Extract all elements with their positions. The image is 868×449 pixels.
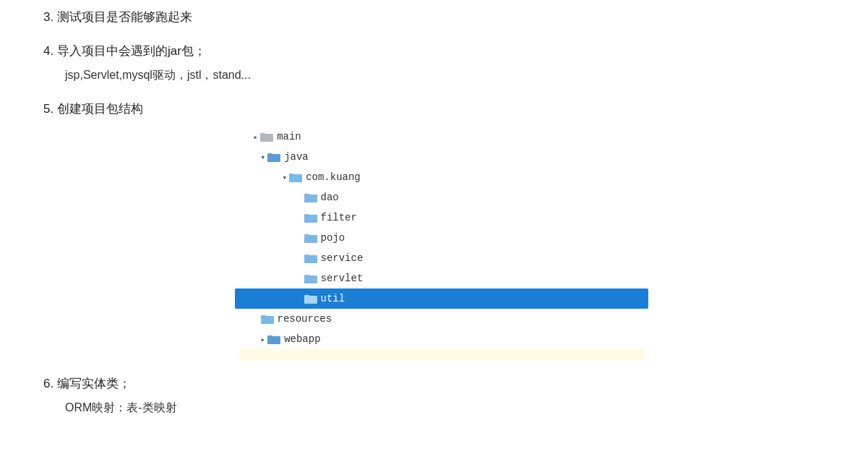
tree-label-com-kuang: com.kuang <box>306 171 361 183</box>
page-container: 3. 测试项目是否能够跑起来 4. 导入项目中会遇到的jar包； jsp,Ser… <box>0 0 868 446</box>
tree-node-util[interactable]: util <box>235 288 648 309</box>
tree-node-resources[interactable]: resources <box>239 309 644 329</box>
arrow-webapp: ▸ <box>261 335 266 344</box>
tree-highlighted-bar <box>239 349 644 361</box>
svg-rect-11 <box>304 234 309 236</box>
section-6-number: 6. <box>43 377 53 390</box>
folder-icon-util <box>304 294 317 304</box>
section-3-number: 3. <box>43 10 53 24</box>
folder-icon-webapp <box>267 334 280 344</box>
file-tree: ▸ main ▾ <box>239 127 644 361</box>
tree-node-webapp[interactable]: ▸ webapp <box>239 329 644 349</box>
svg-rect-15 <box>304 275 309 277</box>
section-4-text: 导入项目中会遇到的jar包； <box>57 44 206 58</box>
file-tree-container: ▸ main ▾ <box>43 127 839 361</box>
section-5-number: 5. <box>43 102 53 116</box>
section-6-title: 6. 编写实体类； <box>43 374 839 395</box>
tree-node-dao[interactable]: dao <box>239 187 644 208</box>
section-3-title: 3. 测试项目是否能够跑起来 <box>43 7 839 28</box>
svg-rect-19 <box>261 315 266 317</box>
arrow-java: ▾ <box>261 153 266 162</box>
section-5: 5. 创建项目包结构 ▸ main <box>43 99 839 362</box>
tree-node-pojo[interactable]: pojo <box>239 228 644 248</box>
folder-icon-service <box>304 253 317 263</box>
tree-node-main[interactable]: ▸ main <box>239 127 644 147</box>
folder-icon-resources <box>261 314 274 324</box>
svg-rect-9 <box>304 214 309 216</box>
folder-icon-java <box>267 152 280 162</box>
tree-node-servlet[interactable]: servlet <box>239 268 644 288</box>
folder-icon-servlet <box>304 273 317 283</box>
tree-label-java: java <box>284 151 309 163</box>
arrow-com-kuang: ▾ <box>283 173 288 182</box>
tree-label-servlet: servlet <box>321 273 364 284</box>
folder-icon-main <box>260 132 273 142</box>
tree-label-dao: dao <box>321 192 339 203</box>
svg-rect-17 <box>304 295 309 297</box>
folder-icon-dao <box>304 192 317 202</box>
svg-rect-13 <box>304 255 309 257</box>
section-5-title: 5. 创建项目包结构 <box>43 99 839 120</box>
svg-rect-7 <box>304 194 309 196</box>
section-4-sub: jsp,Servlet,mysql驱动，jstl，stand... <box>65 65 839 86</box>
svg-rect-21 <box>267 335 272 338</box>
tree-node-service[interactable]: service <box>239 248 644 268</box>
folder-icon-filter <box>304 213 317 223</box>
tree-label-filter: filter <box>321 212 357 223</box>
section-4-number: 4. <box>43 44 53 58</box>
tree-label-main: main <box>277 131 301 142</box>
folder-icon-com-kuang <box>289 172 302 182</box>
section-4: 4. 导入项目中会遇到的jar包； jsp,Servlet,mysql驱动，js… <box>43 41 839 86</box>
tree-label-pojo: pojo <box>321 232 345 244</box>
folder-icon-pojo <box>304 233 317 243</box>
section-6-sub: ORM映射：表-类映射 <box>65 398 839 419</box>
tree-label-resources: resources <box>278 313 332 325</box>
tree-label-service: service <box>321 252 364 264</box>
section-3: 3. 测试项目是否能够跑起来 <box>43 7 839 28</box>
svg-rect-1 <box>260 133 265 135</box>
section-6-text: 编写实体类； <box>57 377 131 390</box>
section-6: 6. 编写实体类； ORM映射：表-类映射 <box>43 374 839 419</box>
tree-node-filter[interactable]: filter <box>239 208 644 228</box>
tree-node-com-kuang[interactable]: ▾ com.kuang <box>239 167 644 187</box>
svg-rect-3 <box>267 153 272 155</box>
section-3-text: 测试项目是否能够跑起来 <box>57 10 192 24</box>
tree-label-webapp: webapp <box>284 333 320 345</box>
svg-rect-5 <box>289 174 294 176</box>
section-4-title: 4. 导入项目中会遇到的jar包； <box>43 41 839 62</box>
section-5-text: 创建项目包结构 <box>57 102 143 116</box>
tree-node-java[interactable]: ▾ java <box>239 147 644 167</box>
arrow-main: ▸ <box>254 132 259 142</box>
tree-label-util: util <box>321 293 345 304</box>
